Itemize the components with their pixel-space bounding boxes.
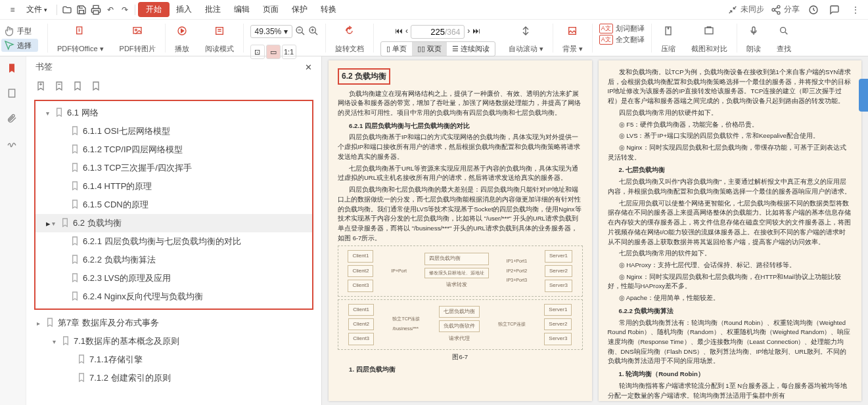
page-number-input[interactable]: /364: [411, 25, 465, 39]
bookmark-label: 7.1.2 创建索引的原则: [89, 372, 171, 384]
remove-bookmark-icon[interactable]: [54, 81, 64, 93]
pdf-to-image-button[interactable]: PDF转图片: [112, 22, 164, 54]
expand-all-icon[interactable]: [72, 81, 83, 93]
select-tool[interactable]: 选择: [1, 39, 38, 52]
bookmark-icon: [60, 335, 70, 348]
add-bookmark-icon[interactable]: [35, 81, 46, 93]
screenshot-button[interactable]: 截图和对比: [683, 22, 735, 54]
caret-icon[interactable]: ▸: [37, 320, 45, 327]
open-icon[interactable]: [60, 3, 74, 17]
svg-rect-0: [93, 11, 99, 14]
caret-icon[interactable]: ▾: [46, 110, 54, 117]
bookmark-item[interactable]: 6.1.3 TCP三次握手/四次挥手: [35, 159, 312, 177]
bookmark-label: 6.2.1 四层负载均衡与七层负载均衡的对比: [83, 236, 241, 247]
zoom-value[interactable]: 49.35% ▾: [250, 25, 292, 38]
page-left: 6.2 负载均衡 负载均衡建立在现有网络结构之上，提供了一种廉价、有效、透明的方…: [329, 60, 592, 401]
bookmark-label: 6.1 网络: [67, 107, 99, 119]
print-icon[interactable]: [89, 3, 103, 17]
view-double[interactable]: ▯▯ 双页: [412, 42, 447, 56]
bookmark-item[interactable]: ▸▾6.2 负载均衡: [35, 214, 312, 232]
redo-icon[interactable]: ↷: [118, 3, 132, 17]
word-translate-button[interactable]: A文划词翻译: [599, 24, 645, 33]
save-icon[interactable]: [74, 3, 89, 17]
bookmark-item[interactable]: 6.2.1 四层负载均衡与七层负载均衡的对比: [35, 232, 312, 251]
bookmark-icon: [60, 217, 69, 230]
menu-file[interactable]: 文件 ▾: [20, 1, 54, 18]
view-single[interactable]: ▯ 单页: [381, 42, 412, 56]
signatures-tab-icon[interactable]: [7, 138, 20, 151]
bookmark-label: 6.1.4 HTTP的原理: [83, 181, 152, 192]
read-aloud-button[interactable]: 朗读: [739, 22, 769, 54]
bookmark-icon: [70, 291, 79, 303]
diagram-layer4: Client1Client2Client3 IP+Port 四层负载均衡修改报头…: [338, 245, 583, 296]
document-area[interactable]: 6.2 负载均衡 负载均衡建立在现有网络结构之上，提供了一种廉价、有效、透明的方…: [322, 56, 868, 405]
pdf-to-office-button[interactable]: PDF转Office ▾: [49, 22, 112, 54]
thumbnails-tab-icon[interactable]: [7, 88, 20, 101]
svg-point-2: [772, 9, 775, 11]
bookmark-item[interactable]: 6.2.4 Nginx反向代理与负载均衡: [35, 288, 312, 306]
diagram-layer7: Client1Client2Client3 独立TCP连接/business/*…: [338, 299, 583, 350]
full-translate-button[interactable]: A文全文翻译: [599, 35, 645, 45]
tab-edit[interactable]: 编辑: [227, 1, 256, 18]
read-mode-button[interactable]: 阅读模式: [197, 22, 242, 54]
tab-start[interactable]: 开始: [138, 2, 170, 17]
hand-tool[interactable]: 手型: [1, 24, 38, 37]
bookmark-icon: [76, 354, 85, 366]
bookmark-item[interactable]: 6.1.4 HTTP的原理: [35, 177, 312, 196]
tab-convert[interactable]: 转换: [314, 1, 343, 18]
bookmark-label: 6.2 负载均衡: [73, 217, 122, 229]
caret-icon[interactable]: ▾: [52, 220, 60, 227]
background-button[interactable]: 背景 ▾: [555, 22, 591, 54]
compress-button[interactable]: 压缩: [653, 22, 683, 54]
autoscroll-button[interactable]: 自动滚动 ▾: [501, 22, 551, 54]
tab-page[interactable]: 页面: [256, 1, 285, 18]
right-edge-tab[interactable]: [859, 79, 868, 112]
left-rail: [0, 56, 26, 405]
zoom-out-icon[interactable]: [295, 26, 306, 38]
bookmarks-tab-icon[interactable]: [7, 63, 20, 76]
svg-point-7: [135, 29, 137, 31]
svg-rect-14: [705, 28, 713, 33]
bookmark-label: 6.2.3 LVS的原理及应用: [83, 272, 171, 284]
share-button[interactable]: 分享: [771, 4, 800, 15]
history-icon[interactable]: [806, 3, 821, 17]
collapse-all-icon[interactable]: [91, 81, 101, 93]
prev-page-icon[interactable]: ‹: [405, 26, 408, 35]
next-page-icon[interactable]: ›: [467, 26, 470, 35]
separator: [57, 5, 57, 15]
hamburger-icon[interactable]: ≡: [5, 3, 20, 17]
tab-insert[interactable]: 插入: [170, 1, 198, 18]
bookmark-item[interactable]: ▸第7章 数据库及分布式事务: [26, 314, 321, 332]
bookmark-item[interactable]: 6.1.2 TCP/IP四层网络模型: [35, 140, 312, 159]
bookmark-item[interactable]: 6.1.5 CDN的原理: [35, 196, 312, 214]
bookmark-item[interactable]: ▾6.1 网络: [35, 104, 312, 122]
rotate-button[interactable]: 旋转文档: [327, 22, 372, 54]
bookmark-item[interactable]: 7.1.2 创建索引的原则: [26, 369, 321, 387]
chat-icon[interactable]: [827, 3, 842, 17]
zoom-in-icon[interactable]: [308, 26, 319, 38]
bookmark-icon: [45, 317, 54, 330]
svg-point-3: [777, 11, 780, 14]
undo-icon[interactable]: ↶: [103, 3, 118, 17]
close-sidebar-icon[interactable]: ✕: [305, 62, 312, 72]
bookmark-icon: [70, 125, 79, 138]
tab-protect[interactable]: 保护: [285, 1, 314, 18]
bookmark-item[interactable]: 6.1.1 OSI七层网络模型: [35, 122, 312, 140]
bookmark-icon: [70, 236, 79, 248]
bookmark-label: 6.1.2 TCP/IP四层网络模型: [83, 144, 183, 156]
find-button[interactable]: 查找: [769, 22, 799, 54]
bookmark-item[interactable]: 6.2.3 LVS的原理及应用: [35, 269, 312, 288]
bookmark-item[interactable]: 6.2.2 负载均衡算法: [35, 251, 312, 269]
caret-icon[interactable]: ▾: [53, 338, 60, 345]
bookmark-item[interactable]: 7.1.1存储引擎: [26, 351, 321, 369]
tab-annotate[interactable]: 批注: [198, 1, 227, 18]
bookmark-icon: [70, 272, 79, 285]
view-continuous[interactable]: ☰ 连续阅读: [447, 42, 495, 56]
play-button[interactable]: 播放: [167, 22, 197, 54]
first-page-icon[interactable]: ⏮: [395, 26, 403, 35]
bookmark-item[interactable]: ▾7.1数据库的基本概念及原则: [26, 332, 321, 351]
more-icon[interactable]: ⋮: [848, 3, 863, 17]
sync-status[interactable]: 未同步: [727, 4, 764, 15]
last-page-icon[interactable]: ⏭: [472, 26, 480, 35]
attachments-tab-icon[interactable]: [7, 113, 20, 126]
